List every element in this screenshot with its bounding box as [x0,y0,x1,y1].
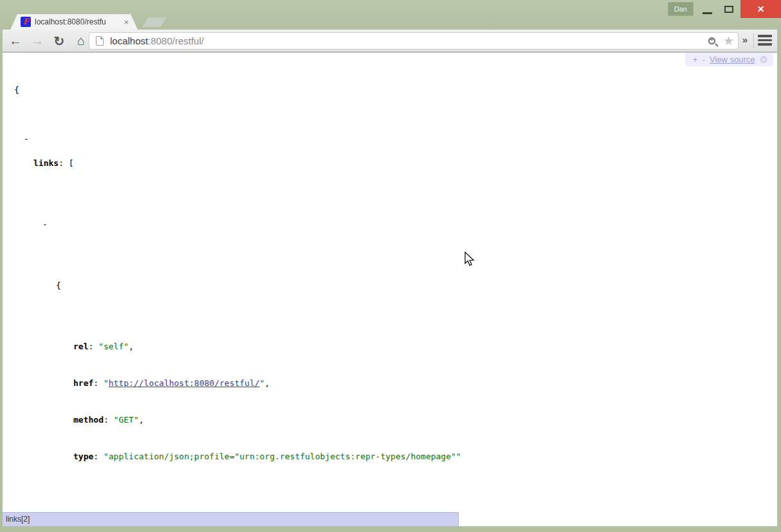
titlebar: F localhost:8080/restfu × Dan ✕ [0,0,781,30]
browser-tab[interactable]: F localhost:8080/restfu × [10,14,138,30]
method-property: method: "GET", [73,414,461,426]
url-text[interactable]: localhost:8080/restful/ [110,35,708,46]
href-property: href: "http://localhost:8080/restful/", [73,377,461,389]
maximize-button[interactable] [718,0,740,18]
maximize-icon [724,6,733,13]
minimize-button[interactable] [696,0,718,18]
json-document: { -links: [ - { rel: "self", href: "http… [3,59,777,526]
links-array-open: -links: [ [33,157,777,169]
tab-title: localhost:8080/restfu [35,17,122,26]
type-property: type: "application/json;profile="urn:org… [73,450,461,463]
forward-button[interactable]: → [30,33,45,48]
refresh-button[interactable]: ↻ [51,33,67,49]
bookmark-star-icon[interactable]: ★ [723,35,734,47]
menu-button[interactable] [758,35,772,46]
collapse-links-toggle[interactable]: - [24,133,32,145]
profile-button[interactable]: Dan [668,2,694,16]
zoom-icon[interactable] [708,37,715,44]
page-content: + - View source ⚙ { -links: [ - { rel: "… [3,53,777,526]
extensions-overflow-icon[interactable]: » [742,34,748,45]
browser-toolbar: ← → ↻ ⌂ localhost:8080/restful/ ★ » [3,30,777,52]
browser-window: F localhost:8080/restfu × Dan ✕ ← → ↻ ⌂ … [0,0,781,532]
tab-close-icon[interactable]: × [124,18,129,26]
minimize-icon [703,12,712,14]
back-button[interactable]: ← [8,33,23,48]
new-tab-button[interactable] [142,17,166,27]
collapse-object-toggle[interactable]: - [42,218,50,230]
address-bar[interactable]: localhost:8080/restful/ ★ [89,32,739,50]
close-button[interactable]: ✕ [740,0,781,18]
rel-property: rel: "self", [73,340,461,353]
json-path-statusbar: links[2] [3,512,459,526]
restful-objects-favicon: F [21,17,31,27]
root-open: { [14,84,777,96]
json-link-object-self: - { rel: "self", href: "http://localhost… [52,218,777,526]
toolbar-separator [753,33,754,48]
page-icon[interactable] [96,36,104,46]
restful-home-link[interactable]: http://localhost:8080/restful/ [109,378,260,388]
home-button[interactable]: ⌂ [73,33,89,48]
